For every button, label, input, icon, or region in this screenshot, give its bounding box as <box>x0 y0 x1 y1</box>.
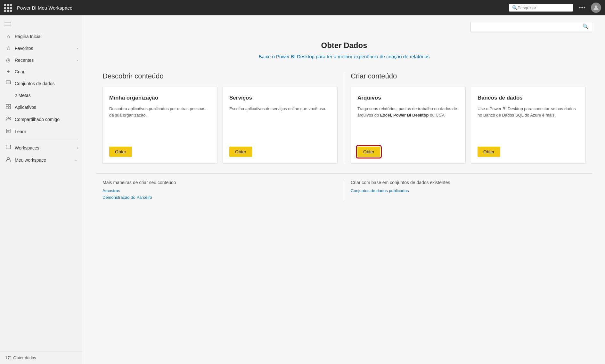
workspaces-icon <box>5 145 12 151</box>
sections-container: Descobrir conteúdo Minha organização Des… <box>96 72 592 164</box>
sidebar-item-label: Conjuntos de dados <box>15 81 78 86</box>
svg-point-8 <box>7 117 9 119</box>
sidebar-item-apps[interactable]: Aplicativos <box>0 101 83 113</box>
sidebar-item-goals[interactable]: 2 Metas <box>0 90 83 101</box>
svg-rect-1 <box>6 81 11 84</box>
svg-point-9 <box>9 117 11 119</box>
app-title: Power BI Meu Workspace <box>17 5 506 11</box>
create-section-title: Criar conteúdo <box>351 72 586 80</box>
get-data-label: 171 Obter dados <box>5 355 36 360</box>
sidebar-item-label: Página Inicial <box>15 34 78 39</box>
discover-section: Descobrir conteúdo Minha organização Des… <box>96 72 344 164</box>
sidebar-item-favorites[interactable]: ☆ Favoritos › <box>0 42 83 54</box>
sidebar-bottom[interactable]: 171 Obter dados <box>0 351 83 364</box>
chevron-down-icon: ⌄ <box>75 158 78 162</box>
sidebar-item-datasets[interactable]: Conjuntos de dados <box>0 77 83 90</box>
main-search-input[interactable] <box>474 24 583 29</box>
card-files-title: Arquivos <box>357 95 459 101</box>
sidebar-item-workspaces[interactable]: Workspaces › <box>0 142 83 154</box>
sidebar-item-label: Criar <box>15 69 78 74</box>
svg-rect-4 <box>6 104 8 106</box>
learn-icon <box>5 128 12 135</box>
main-search-bar: 🔍 <box>96 22 592 31</box>
sidebar-item-learn[interactable]: Learn <box>0 125 83 138</box>
bottom-col-more-title: Mais maneiras de criar seu conteúdo <box>102 180 338 185</box>
create-cards-row: Arquivos Traga seus relatórios, pastas d… <box>351 87 586 164</box>
topnav-search-box[interactable]: 🔍 <box>509 4 573 12</box>
topnav-search-icon: 🔍 <box>512 5 518 10</box>
svg-rect-10 <box>6 129 10 133</box>
home-icon: ⌂ <box>5 34 12 39</box>
card-files-button[interactable]: Obter <box>357 147 380 157</box>
card-databases-button[interactable]: Obter <box>478 147 500 157</box>
card-files: Arquivos Traga seus relatórios, pastas d… <box>351 87 466 164</box>
avatar[interactable] <box>591 3 601 13</box>
chevron-right-icon: › <box>77 58 78 62</box>
card-my-org-button[interactable]: Obter <box>109 147 132 157</box>
card-services: Serviços Escolha aplicativos de serviços… <box>223 87 338 164</box>
card-databases-title: Bancos de dados <box>478 95 579 101</box>
hamburger-button[interactable] <box>0 19 83 31</box>
svg-point-0 <box>595 5 597 8</box>
plus-icon: + <box>5 69 12 75</box>
card-my-org-description: Descubra aplicativos publicados por outr… <box>109 106 211 140</box>
bottom-link-published-datasets[interactable]: Conjuntos de dados publicados <box>351 188 586 193</box>
card-files-description: Traga seus relatórios, pastas de trabalh… <box>357 106 459 140</box>
page-subtitle[interactable]: Baixe o Power BI Desktop para ter a melh… <box>96 54 592 59</box>
sidebar-item-label: Meu workspace <box>15 158 71 163</box>
sidebar-item-label: Compartilhado comigo <box>15 117 78 122</box>
card-databases: Bancos de dados Use o Power BI Desktop p… <box>471 87 586 164</box>
bottom-link-samples[interactable]: Amostras <box>102 188 338 193</box>
main-layout: ⌂ Página Inicial ☆ Favoritos › ◷ Recente… <box>0 15 605 364</box>
goals-icon <box>5 93 12 98</box>
sidebar-item-label: Favoritos <box>15 46 73 51</box>
svg-rect-7 <box>9 107 11 109</box>
sidebar-item-myworkspace[interactable]: Meu workspace ⌄ <box>0 154 83 166</box>
svg-rect-13 <box>6 145 11 149</box>
card-databases-description: Use o Power BI Desktop para conectar-se … <box>478 106 579 140</box>
card-services-title: Serviços <box>229 95 331 101</box>
user-icon <box>5 157 12 163</box>
svg-rect-5 <box>9 104 11 106</box>
page-title: Obter Dados <box>96 41 592 50</box>
star-icon: ☆ <box>5 45 12 51</box>
sidebar-item-label: Aplicativos <box>15 105 78 110</box>
main-content: 🔍 Obter Dados Baixe o Power BI Desktop p… <box>83 15 605 364</box>
svg-rect-6 <box>6 107 8 109</box>
sidebar-item-label: 2 Metas <box>15 93 78 98</box>
clock-icon: ◷ <box>5 57 12 63</box>
bottom-col-existing: Criar com base em conjuntos de dados exi… <box>344 180 592 202</box>
sidebar-item-shared[interactable]: Compartilhado comigo <box>0 113 83 125</box>
sidebar-item-label: Workspaces <box>15 145 73 150</box>
card-my-org-title: Minha organização <box>109 95 211 101</box>
sidebar-item-create[interactable]: + Criar <box>0 66 83 77</box>
bottom-col-more: Mais maneiras de criar seu conteúdo Amos… <box>96 180 344 202</box>
topnav-more-button[interactable]: ••• <box>579 4 586 11</box>
sidebar: ⌂ Página Inicial ☆ Favoritos › ◷ Recente… <box>0 15 83 364</box>
card-services-button[interactable]: Obter <box>229 147 252 157</box>
topnav-search-input[interactable] <box>518 5 569 10</box>
dataset-icon <box>5 80 12 87</box>
card-my-org: Minha organização Descubra aplicativos p… <box>102 87 217 164</box>
sidebar-divider <box>5 140 78 140</box>
discover-section-title: Descobrir conteúdo <box>102 72 338 80</box>
chevron-right-icon: › <box>77 46 78 51</box>
create-section: Criar conteúdo Arquivos Traga seus relat… <box>344 72 592 164</box>
bottom-col-existing-title: Criar com base em conjuntos de dados exi… <box>351 180 586 185</box>
sidebar-item-label: Learn <box>15 129 78 134</box>
shared-icon <box>5 116 12 123</box>
bottom-link-partner-demo[interactable]: Demonstração do Parceiro <box>102 195 338 200</box>
discover-cards-row: Minha organização Descubra aplicativos p… <box>102 87 338 164</box>
apps-icon <box>5 104 12 110</box>
main-search-box[interactable]: 🔍 <box>470 22 592 31</box>
sidebar-item-label: Recentes <box>15 58 73 63</box>
sidebar-item-recents[interactable]: ◷ Recentes › <box>0 54 83 66</box>
sidebar-item-home[interactable]: ⌂ Página Inicial <box>0 31 83 42</box>
main-search-icon[interactable]: 🔍 <box>583 24 589 29</box>
bottom-links: Mais maneiras de criar seu conteúdo Amos… <box>96 173 592 202</box>
topnav: Power BI Meu Workspace 🔍 ••• <box>0 0 605 15</box>
chevron-right-icon: › <box>77 146 78 150</box>
card-services-description: Escolha aplicativos de serviços online q… <box>229 106 331 140</box>
app-launcher-icon[interactable] <box>4 4 12 12</box>
